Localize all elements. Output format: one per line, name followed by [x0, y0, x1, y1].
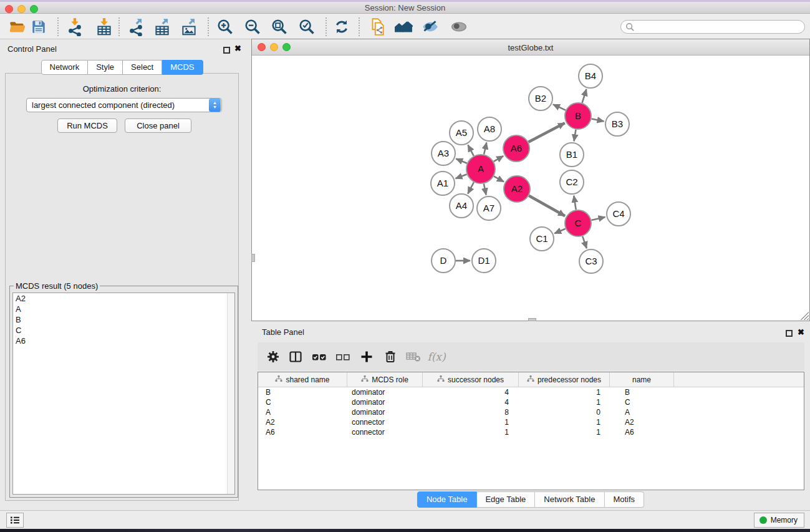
task-history-button[interactable] [6, 513, 24, 528]
zoom-fit-icon[interactable] [269, 17, 289, 37]
tab-motifs[interactable]: Motifs [604, 491, 644, 508]
dropdown-stepper-icon: ▲▼ [209, 99, 221, 112]
node-table[interactable]: shared nameMCDS rolesuccessor nodesprede… [258, 372, 804, 490]
graph-edge-A-A4[interactable] [468, 182, 474, 193]
table-toolbar: f(x) [258, 342, 804, 370]
zoom-selected-icon[interactable] [297, 17, 317, 37]
mcds-result-item[interactable]: A2 [13, 293, 234, 304]
close-table-panel-icon[interactable]: ✖ [798, 329, 804, 336]
select-all-checkbox-icon[interactable] [310, 347, 329, 366]
graph-edge-A-A7[interactable] [484, 184, 486, 195]
application-window: Session: New Session [0, 0, 810, 532]
graph-node-label: C [575, 218, 582, 228]
graph-edge-A-A3[interactable] [456, 158, 467, 163]
network-canvas[interactable]: B4B2BB3A5A8A6A3B1AC2A1A2A4A7C4CC1C3DD1 [252, 56, 809, 321]
graph-edge-C-C3[interactable] [582, 236, 587, 248]
mcds-list-scrollbar[interactable] [227, 293, 234, 494]
graph-edge-B-B3[interactable] [592, 118, 604, 121]
zoom-in-icon[interactable] [215, 17, 235, 37]
table-settings-gear-icon[interactable] [264, 347, 282, 366]
column-header-predecessor-nodes[interactable]: predecessor nodes [519, 372, 610, 387]
float-panel-icon[interactable] [223, 45, 230, 56]
tab-node-table[interactable]: Node Table [417, 491, 477, 508]
mcds-result-item[interactable]: A [13, 304, 234, 314]
show-eye-icon[interactable] [449, 17, 469, 37]
column-header-successor-nodes[interactable]: successor nodes [423, 372, 519, 387]
deselect-all-checkbox-icon[interactable] [334, 347, 352, 366]
window-resize-grip[interactable] [801, 312, 809, 320]
close-panel-icon[interactable]: ✖ [234, 45, 241, 52]
tab-network[interactable]: Network [41, 60, 88, 75]
column-header-MCDS-role[interactable]: MCDS role [347, 372, 423, 387]
graph-edge-C-C2[interactable] [574, 196, 576, 210]
duplicate-network-icon[interactable] [367, 17, 387, 37]
graph-nodes: B4B2BB3A5A8A6A3B1AC2A1A2A4A7C4CC1C3DD1 [431, 64, 630, 273]
tab-style[interactable]: Style [88, 60, 123, 75]
graph-edge-A-A5[interactable] [468, 145, 473, 155]
table-cell: C [610, 398, 674, 407]
delete-table-icon[interactable] [404, 347, 423, 366]
table-row[interactable]: Adominator80A [258, 407, 804, 417]
save-session-icon[interactable] [29, 17, 49, 37]
mcds-result-item[interactable]: C [13, 325, 234, 336]
function-builder-icon[interactable]: f(x) [427, 347, 446, 366]
graph-edge-C-C4[interactable] [591, 217, 605, 220]
column-header-shared-name[interactable]: shared name [258, 372, 347, 387]
toolbar-separator [208, 17, 209, 36]
graph-edge-A2-C[interactable] [529, 196, 565, 216]
refresh-icon[interactable] [332, 17, 352, 37]
table-cell: connector [347, 418, 423, 427]
memory-button[interactable]: Memory [754, 513, 804, 528]
tab-mcds[interactable]: MCDS [162, 60, 203, 75]
tab-edge-table[interactable]: Edge Table [476, 491, 535, 508]
canvas-scroll-nub-left[interactable] [251, 254, 255, 262]
mcds-result-list[interactable]: A2ABCA6 [12, 293, 235, 495]
close-panel-button[interactable]: Close panel [125, 118, 191, 133]
graph-edge-A-A6[interactable] [494, 156, 503, 162]
graph-node-label: D1 [478, 255, 489, 266]
tab-network-table[interactable]: Network Table [535, 491, 604, 508]
app-titlebar[interactable]: Session: New Session [0, 2, 810, 14]
zoom-out-icon[interactable] [243, 17, 263, 37]
table-row[interactable]: A6connector11A6 [258, 427, 804, 437]
graph-edge-B-B4[interactable] [582, 89, 587, 103]
graph-edge-C-C1[interactable] [554, 229, 566, 234]
export-table-icon[interactable] [152, 17, 172, 37]
table-row[interactable]: Cdominator41C [258, 397, 804, 407]
mcds-result-item[interactable]: A6 [13, 336, 234, 346]
column-header-name[interactable]: name [610, 372, 674, 387]
graph-edge-A-A2[interactable] [494, 177, 504, 182]
graph-node-label: A5 [456, 127, 467, 138]
export-image-icon[interactable] [179, 17, 199, 37]
tab-select[interactable]: Select [123, 60, 162, 75]
add-column-icon[interactable] [357, 347, 376, 366]
network-window-titlebar[interactable]: testGlobe.txt [252, 39, 809, 56]
network-overview-icon[interactable] [393, 17, 413, 37]
graph-edge-A-A1[interactable] [456, 174, 467, 178]
delete-column-icon[interactable] [381, 347, 400, 366]
import-table-icon[interactable] [94, 17, 114, 37]
graph-node-label: B3 [612, 118, 623, 129]
hide-panel-eye-icon[interactable] [420, 17, 440, 37]
mcds-result-item[interactable]: B [13, 314, 234, 325]
table-cell: dominator [347, 408, 423, 417]
export-network-icon[interactable] [126, 17, 146, 37]
search-input[interactable] [635, 21, 804, 32]
run-mcds-button[interactable]: Run MCDS [57, 118, 117, 133]
graph-edge-A6-B[interactable] [528, 123, 564, 142]
criterion-dropdown[interactable]: largest connected component (directed) ▲… [26, 98, 222, 112]
graph-node-label: C4 [612, 208, 624, 219]
float-table-panel-icon[interactable] [786, 328, 793, 339]
import-network-icon[interactable] [65, 17, 85, 37]
graph-edge-B-B1[interactable] [574, 130, 576, 142]
canvas-scroll-nub-bottom[interactable] [528, 318, 536, 321]
table-row[interactable]: A2connector11A2 [258, 417, 804, 427]
desktop-strip-bottom [0, 529, 810, 532]
task-list-icon [9, 515, 21, 525]
table-row[interactable]: Bdominator41B [258, 387, 804, 397]
open-file-icon[interactable] [7, 17, 27, 37]
memory-label: Memory [771, 516, 798, 525]
toggle-column-view-icon[interactable] [286, 347, 305, 366]
graph-edge-A-A8[interactable] [484, 142, 486, 154]
graph-edge-B-B2[interactable] [553, 104, 566, 110]
